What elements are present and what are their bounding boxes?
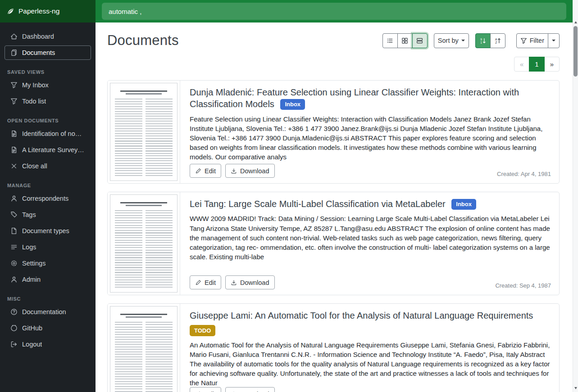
thumbnail-text-lines	[115, 210, 142, 288]
app-logo[interactable]: Paperless-ng	[0, 0, 96, 23]
document-thumbnail[interactable]	[108, 304, 180, 392]
tag-badge-inbox[interactable]: Inbox	[280, 99, 305, 110]
thumbnail-subtitle-line	[126, 205, 162, 206]
files-icon	[10, 49, 18, 56]
pagination-previous-button[interactable]: «	[514, 57, 529, 72]
sidebar: Paperless-ng Dashboard Documents SAVED V…	[0, 0, 96, 392]
document-thumbnail[interactable]	[108, 192, 180, 295]
sidebar-item-label: My Inbox	[22, 81, 49, 89]
edit-button[interactable]: Edit	[190, 387, 221, 392]
sidebar-section-manage: MANAGE	[7, 183, 88, 188]
scrollbar[interactable]	[573, 0, 578, 392]
pagination-page-1-button[interactable]: 1	[529, 57, 544, 72]
funnel-icon	[10, 98, 18, 105]
document-title-link[interactable]: Dunja Mladenić: Feature Selection using …	[190, 86, 551, 110]
sort-direction-group	[475, 33, 505, 48]
sidebar-item-correspondents[interactable]: Correspondents	[5, 191, 91, 206]
person-icon	[10, 195, 18, 202]
sidebar-item-github[interactable]: GitHub	[5, 321, 91, 335]
sidebar-item-label: Documentation	[22, 308, 66, 315]
document-preview-image	[110, 306, 177, 392]
sidebar-item-dashboard[interactable]: Dashboard	[5, 29, 91, 44]
sort-alphabetical-button[interactable]	[490, 33, 505, 48]
sidebar-item-label: Logs	[22, 243, 36, 251]
document-title: Lei Tang: Large Scale Multi-Label Classi…	[190, 199, 446, 209]
view-details-button[interactable]	[412, 33, 428, 48]
download-button[interactable]: Download	[225, 164, 275, 178]
document-excerpt: An Automatic Tool for the Analysis of Na…	[190, 340, 551, 387]
file-text-icon	[10, 146, 18, 153]
download-button[interactable]: Download	[225, 387, 275, 392]
sidebar-item-close-all[interactable]: Close all	[5, 159, 91, 173]
sidebar-item-my-inbox[interactable]: My Inbox	[5, 78, 91, 92]
filter-button[interactable]: Filter	[516, 33, 548, 48]
toolbar: Sort by Filter	[382, 33, 560, 48]
document-title-link[interactable]: Lei Tang: Large Scale Multi-Label Classi…	[190, 198, 551, 210]
sidebar-item-settings[interactable]: Settings	[5, 256, 91, 270]
sort-by-dropdown[interactable]: Sort by	[434, 33, 469, 48]
document-thumbnail[interactable]	[108, 81, 180, 183]
pagination-next-button[interactable]: »	[544, 57, 560, 72]
sidebar-section-saved-views: SAVED VIEWS	[7, 69, 88, 75]
sidebar-item-label: Identification of non-fu…	[22, 130, 85, 137]
gear-icon	[10, 260, 18, 267]
funnel-icon	[520, 37, 527, 44]
sidebar-section-misc: MISC	[7, 296, 88, 302]
file-earmark-icon	[10, 227, 18, 234]
scrollbar-up-arrow-icon[interactable]	[573, 19, 578, 25]
question-circle-icon	[10, 308, 18, 315]
sort-by-label: Sort by	[438, 37, 459, 44]
sidebar-item-label: Tags	[22, 211, 36, 218]
sort-descending-button[interactable]	[475, 33, 491, 48]
document-card-body: Giuseppe Lami: An Automatic Tool for the…	[180, 304, 559, 392]
card-actions: Edit Download	[190, 387, 551, 392]
sidebar-item-admin[interactable]: Admin	[5, 272, 91, 287]
document-title-link[interactable]: Giuseppe Lami: An Automatic Tool for the…	[190, 310, 551, 336]
sidebar-item-document-types[interactable]: Document types	[5, 224, 91, 238]
filter-label: Filter	[530, 37, 544, 44]
thumbnail-title-line	[120, 202, 167, 203]
sidebar-item-documentation[interactable]: Documentation	[5, 305, 91, 319]
scrollbar-down-arrow-icon[interactable]	[573, 385, 578, 391]
sidebar-item-label: Document types	[22, 227, 69, 234]
download-label: Download	[240, 279, 269, 286]
document-excerpt: Feature Selection using Linear Classifie…	[190, 114, 551, 162]
house-icon	[10, 33, 18, 40]
document-title: Giuseppe Lami: An Automatic Tool for the…	[190, 311, 533, 320]
edit-label: Edit	[205, 391, 216, 392]
sidebar-item-open-document-1[interactable]: Identification of non-fu…	[5, 126, 91, 141]
scrollbar-thumb[interactable]	[573, 26, 578, 77]
funnel-icon	[10, 81, 18, 89]
sidebar-item-logs[interactable]: Logs	[5, 240, 91, 254]
tag-badge-inbox[interactable]: Inbox	[451, 199, 476, 210]
sidebar-item-open-document-2[interactable]: A Literature Survey on …	[5, 143, 91, 157]
tag-badge-todo[interactable]: TODO	[190, 325, 215, 336]
edit-button[interactable]: Edit	[190, 164, 221, 178]
sidebar-item-label: Admin	[22, 276, 41, 283]
view-grid-button[interactable]	[397, 33, 413, 48]
sidebar-item-logout[interactable]: Logout	[5, 337, 91, 351]
download-icon	[231, 279, 237, 286]
thumbnail-subtitle-line	[126, 316, 162, 318]
filter-dropdown-toggle[interactable]	[548, 33, 560, 48]
list-lines-icon	[10, 243, 18, 251]
view-list-button[interactable]	[382, 33, 398, 48]
caret-down-icon	[552, 40, 555, 41]
document-preview-image	[110, 194, 177, 293]
download-label: Download	[240, 391, 269, 392]
page-title: Documents	[107, 32, 179, 49]
pencil-icon	[195, 279, 201, 286]
sidebar-item-documents[interactable]: Documents	[5, 45, 91, 60]
document-title: Dunja Mladenić: Feature Selection using …	[190, 87, 519, 109]
sidebar-item-label: A Literature Survey on …	[22, 146, 85, 153]
caret-down-icon	[461, 40, 465, 41]
grid-view-icon	[401, 37, 408, 44]
download-button[interactable]: Download	[225, 275, 275, 289]
thumbnail-text-lines	[115, 99, 142, 177]
sidebar-item-todo-list[interactable]: Todo list	[5, 94, 91, 108]
sidebar-item-tags[interactable]: Tags	[5, 207, 91, 222]
global-search-input[interactable]	[102, 3, 566, 20]
edit-button[interactable]: Edit	[190, 275, 221, 289]
filter-group: Filter	[516, 33, 560, 48]
document-card-body: Dunja Mladenić: Feature Selection using …	[180, 81, 559, 183]
